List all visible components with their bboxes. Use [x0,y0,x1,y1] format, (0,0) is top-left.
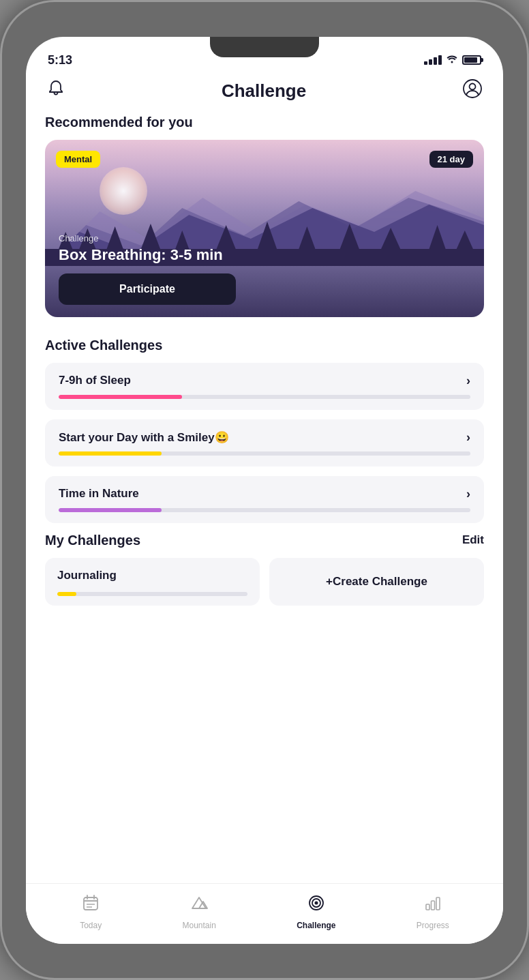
progress-track-smiley [59,451,470,456]
recommended-section-label: Recommended for you [45,115,484,130]
svg-rect-30 [431,901,434,910]
my-challenges-grid: Journaling +Create Challenge [45,558,484,606]
nav-challenge[interactable]: Challenge [297,893,335,930]
mountain-label: Mountain [182,921,215,930]
challenge-name-smiley: Start your Day with a Smiley😀 [59,430,229,445]
today-icon [81,893,100,917]
progress-label: Progress [417,921,449,930]
progress-fill-sleep [59,395,182,399]
progress-fill-smiley [59,451,162,456]
journaling-name: Journaling [57,569,247,582]
nav-today[interactable]: Today [80,893,102,930]
status-time: 5:13 [48,53,72,68]
nav-mountain[interactable]: Mountain [182,893,215,930]
challenge-item-nature[interactable]: Time in Nature › [45,476,484,523]
challenge-name-sleep: 7-9h of Sleep [59,374,131,387]
my-challenges-label: My Challenges [45,533,140,548]
chevron-right-icon: › [466,374,470,388]
progress-track-sleep [59,395,470,399]
wifi-icon [446,54,458,66]
days-badge: 21 day [429,151,473,168]
card-subtitle: Challenge [59,233,470,243]
phone-frame: 5:13 [0,0,529,980]
recommended-card[interactable]: Mental 21 day Challenge Box Breathing: 3… [45,140,484,317]
challenge-item-sleep[interactable]: 7-9h of Sleep › [45,363,484,410]
notification-bell-icon[interactable] [46,79,65,103]
signal-icon [424,55,442,65]
chevron-right-icon-2: › [466,430,470,445]
create-challenge-card[interactable]: +Create Challenge [269,558,484,606]
nav-progress[interactable]: Progress [417,893,449,930]
my-challenges-header: My Challenges Edit [45,533,484,548]
journaling-progress-fill [57,592,76,596]
battery-icon [462,55,481,65]
progress-fill-nature [59,508,162,512]
card-title: Box Breathing: 3-5 min [59,246,470,264]
today-label: Today [80,921,102,930]
phone-screen: 5:13 [26,37,503,944]
challenge-name-nature: Time in Nature [59,487,139,501]
page-header: Challenge [26,73,503,115]
challenge-icon [307,893,326,917]
active-challenges-label: Active Challenges [45,338,484,353]
main-scroll-content: Recommended for you [26,115,503,883]
category-badge: Mental [56,151,100,168]
svg-point-1 [470,83,476,89]
svg-rect-29 [426,904,429,910]
bottom-navigation: Today Mountain [26,883,503,944]
challenge-label: Challenge [297,921,335,930]
page-title: Challenge [222,80,306,102]
profile-icon[interactable] [462,78,483,104]
battery-fill [464,57,477,63]
edit-button[interactable]: Edit [462,533,484,547]
svg-rect-18 [84,897,97,910]
mountain-icon [190,893,209,917]
progress-track-nature [59,508,470,512]
journaling-progress-track [57,592,247,596]
svg-point-28 [314,901,318,904]
challenge-item-smiley[interactable]: Start your Day with a Smiley😀 › [45,419,484,466]
journaling-card[interactable]: Journaling [45,558,260,606]
chevron-right-icon-3: › [466,487,470,501]
notch [210,37,319,57]
progress-icon [423,893,442,917]
status-icons [424,54,481,66]
create-challenge-label[interactable]: +Create Challenge [326,575,427,589]
card-overlay: Challenge Box Breathing: 3-5 min Partici… [45,221,484,317]
participate-button[interactable]: Participate [59,273,236,305]
svg-rect-31 [436,897,440,910]
